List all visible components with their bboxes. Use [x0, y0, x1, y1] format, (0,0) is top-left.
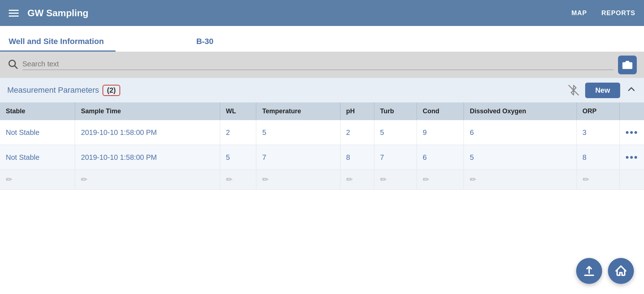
bluetooth-off-icon [568, 84, 579, 96]
col-ph: pH [340, 102, 374, 120]
cell-stable-1: Not Stable [0, 120, 75, 145]
edit-cell-orp[interactable]: ✏ [576, 170, 619, 190]
edit-icon: ✏ [346, 175, 353, 184]
section-actions: New [568, 83, 637, 98]
collapse-button[interactable] [626, 84, 637, 97]
tab-b30[interactable]: B-30 [188, 37, 225, 52]
edit-cell-wl[interactable]: ✏ [220, 170, 256, 190]
new-button[interactable]: New [585, 83, 620, 98]
cell-temperature-1: 5 [256, 120, 340, 145]
cell-sample-time-1: 2019-10-10 1:58:00 PM [75, 120, 220, 145]
cell-sample-time-2: 2019-10-10 1:58:00 PM [75, 145, 220, 170]
edit-cell-dissolved-oxygen[interactable]: ✏ [464, 170, 576, 190]
upload-icon [583, 264, 596, 277]
cell-cond-2: 6 [417, 145, 464, 170]
col-sample-time: Sample Time [75, 102, 220, 120]
edit-icon: ✏ [380, 175, 387, 184]
tab-well-site[interactable]: Well and Site Information [0, 37, 116, 52]
search-icon [7, 58, 18, 72]
cell-ph-1: 2 [340, 120, 374, 145]
table-row: Not Stable 2019-10-10 1:58:00 PM 2 5 2 5… [0, 120, 644, 145]
col-stable: Stable [0, 102, 75, 120]
col-wl: WL [220, 102, 256, 120]
edit-icon: ✏ [6, 175, 12, 184]
app-title: GW Sampling [27, 8, 571, 19]
cell-temperature-2: 7 [256, 145, 340, 170]
edit-icon: ✏ [226, 175, 232, 184]
edit-cell-sample-time[interactable]: ✏ [75, 170, 220, 190]
count-badge: (2) [103, 85, 120, 96]
table-row: Not Stable 2019-10-10 1:58:00 PM 5 7 8 7… [0, 145, 644, 170]
upload-fab[interactable] [576, 258, 602, 284]
col-cond: Cond [417, 102, 464, 120]
tabs-bar: Well and Site Information B-30 [0, 26, 644, 52]
cell-wl-1: 2 [220, 120, 256, 145]
cell-turb-1: 5 [374, 120, 417, 145]
search-input[interactable] [22, 60, 614, 70]
table-header-row: Stable Sample Time WL Temperature pH Tur… [0, 102, 644, 120]
section-title: Measurement Parameters (2) [7, 85, 568, 96]
home-icon [614, 264, 627, 277]
edit-icon: ✏ [81, 175, 87, 184]
edit-cell-ph[interactable]: ✏ [340, 170, 374, 190]
more-button-1[interactable]: ••• [626, 127, 638, 138]
search-bar [0, 52, 644, 78]
section-header: Measurement Parameters (2) New [0, 78, 644, 102]
col-orp: ORP [576, 102, 619, 120]
cell-orp-1: 3 [576, 120, 619, 145]
map-button[interactable]: MAP [571, 9, 587, 17]
svg-line-1 [15, 66, 17, 68]
cell-turb-2: 7 [374, 145, 417, 170]
edit-cell-temperature[interactable]: ✏ [256, 170, 340, 190]
edit-icon: ✏ [423, 175, 429, 184]
edit-icon: ✏ [470, 175, 476, 184]
svg-point-2 [626, 63, 629, 67]
edit-icon: ✏ [583, 175, 589, 184]
col-actions [619, 102, 644, 120]
cell-orp-2: 8 [576, 145, 619, 170]
main-content: Well and Site Information B-30 Measureme… [0, 26, 644, 294]
col-turb: Turb [374, 102, 417, 120]
reports-button[interactable]: REPORTS [601, 9, 635, 17]
cell-wl-2: 5 [220, 145, 256, 170]
app-header: GW Sampling MAP REPORTS [0, 0, 644, 26]
edit-cell-actions [619, 170, 644, 190]
home-fab[interactable] [608, 258, 634, 284]
edit-icon: ✏ [262, 175, 269, 184]
fab-container [576, 258, 634, 284]
camera-icon [622, 60, 633, 70]
edit-cell-stable[interactable]: ✏ [0, 170, 75, 190]
edit-cell-turb[interactable]: ✏ [374, 170, 417, 190]
cell-dissolved-oxygen-1: 6 [464, 120, 576, 145]
header-actions: MAP REPORTS [571, 9, 635, 17]
edit-cell-cond[interactable]: ✏ [417, 170, 464, 190]
col-dissolved-oxygen: Dissolved Oxygen [464, 102, 576, 120]
measurement-table: Stable Sample Time WL Temperature pH Tur… [0, 102, 644, 190]
cell-dissolved-oxygen-2: 5 [464, 145, 576, 170]
cell-more-1[interactable]: ••• [619, 120, 644, 145]
cell-ph-2: 8 [340, 145, 374, 170]
edit-row: ✏ ✏ ✏ ✏ ✏ ✏ ✏ ✏ ✏ [0, 170, 644, 190]
col-temperature: Temperature [256, 102, 340, 120]
cell-cond-1: 9 [417, 120, 464, 145]
more-button-2[interactable]: ••• [626, 152, 638, 163]
camera-button[interactable] [618, 56, 637, 74]
cell-more-2[interactable]: ••• [619, 145, 644, 170]
cell-stable-2: Not Stable [0, 145, 75, 170]
menu-icon[interactable] [9, 10, 19, 17]
